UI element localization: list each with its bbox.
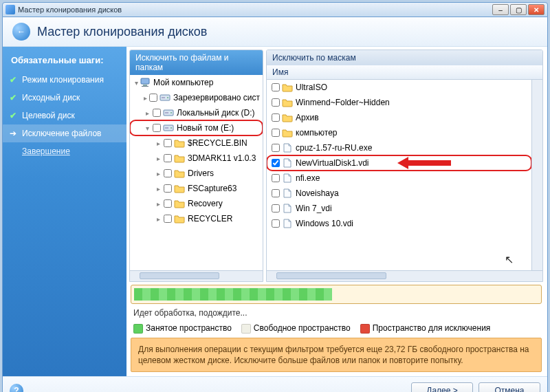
expander-icon[interactable]: ▸ [155, 215, 162, 223]
list-checkbox[interactable] [272, 83, 280, 91]
tree-checkbox[interactable] [153, 109, 161, 117]
minimize-button[interactable]: – [492, 4, 509, 15]
tree-hscrollbar[interactable] [130, 270, 263, 281]
list-checkbox[interactable] [272, 144, 280, 152]
file-list[interactable]: ↖ UltraISOWinmend~Folder~HiddenАрхивкомп… [267, 80, 531, 270]
list-row[interactable]: Noveishaya [267, 186, 531, 201]
list-hscrollbar[interactable] [267, 270, 542, 281]
column-header-name[interactable]: Имя [267, 65, 542, 80]
svg-rect-2 [142, 86, 148, 87]
step-label[interactable]: Завершение [22, 146, 70, 156]
list-row[interactable]: Windows 10.vdi [267, 216, 531, 231]
expander-icon[interactable]: ▸ [144, 109, 151, 117]
window-title: Мастер клонирования дисков [18, 6, 122, 14]
computer-icon [140, 78, 151, 87]
list-checkbox[interactable] [272, 189, 280, 197]
expander-icon[interactable]: ▸ [155, 155, 162, 162]
tree-checkbox[interactable] [153, 124, 161, 132]
list-row[interactable]: компьютер [267, 125, 531, 140]
expander-icon[interactable]: ▸ [155, 170, 162, 177]
tree-label: Мой компьютер [153, 78, 213, 87]
checkmark-icon: ✔ [10, 75, 18, 85]
cancel-button[interactable]: Отмена [478, 382, 540, 392]
app-icon [6, 5, 15, 14]
expander-icon[interactable]: ▸ [144, 94, 147, 102]
tree-row[interactable]: ▸3DMARK11 v1.0.3 [130, 151, 263, 166]
cursor-icon: ↖ [505, 253, 514, 266]
tree-label: Локальный диск (D:) [177, 108, 255, 118]
folder-icon [282, 98, 293, 107]
file-icon [282, 204, 293, 213]
arrow-left-icon: ← [17, 27, 25, 36]
list-checkbox[interactable] [272, 129, 280, 137]
svg-point-10 [170, 127, 172, 129]
maximize-button[interactable]: ▢ [510, 4, 527, 15]
drive-icon [163, 108, 174, 118]
file-icon [282, 158, 293, 168]
tree-row[interactable]: ▸$RECYCLE.BIN [130, 135, 263, 151]
tree-checkbox[interactable] [164, 154, 172, 162]
list-row[interactable]: UltraISO [267, 80, 531, 95]
list-label: Архив [296, 113, 319, 122]
back-button[interactable]: ← [12, 23, 30, 41]
list-label: UltraISO [296, 83, 327, 92]
svg-point-4 [167, 97, 168, 98]
tree-checkbox[interactable] [164, 199, 172, 208]
tree-row[interactable]: ▸FSCapture63 [130, 181, 263, 196]
tab-files-folders[interactable]: Исключить по файлам и папкам [130, 50, 263, 75]
list-checkbox[interactable] [272, 113, 280, 122]
footer: ? Далее > Отмена [3, 376, 547, 392]
tree-checkbox[interactable] [149, 94, 157, 102]
list-checkbox[interactable] [272, 98, 280, 107]
tree-row[interactable]: ▸Зарезервировано сист [130, 90, 263, 105]
folder-icon [282, 83, 293, 92]
warning-message: Для выполнения операции с текущим фильтр… [131, 338, 542, 372]
folder-tree[interactable]: ▾Мой компьютер▸Зарезервировано сист▸Лока… [130, 75, 263, 270]
tree-checkbox[interactable] [164, 139, 172, 147]
tree-checkbox[interactable] [164, 169, 172, 177]
expander-icon[interactable]: ▸ [155, 200, 162, 208]
list-vscrollbar[interactable] [531, 80, 542, 270]
tree-row[interactable]: ▾Мой компьютер [130, 75, 263, 90]
list-label: Noveishaya [296, 188, 339, 198]
legend-used-label: Занятое пространство [146, 323, 232, 333]
expander-icon[interactable]: ▾ [144, 124, 151, 132]
header: ← Мастер клонирования дисков [3, 17, 547, 47]
tree-checkbox[interactable] [164, 215, 172, 223]
sidebar-step-0[interactable]: ✔Режим клонирования [3, 71, 126, 89]
tree-checkbox[interactable] [164, 184, 172, 193]
sidebar-step-4[interactable]: Завершение [3, 142, 126, 160]
sidebar-step-2[interactable]: ✔Целевой диск [3, 107, 126, 124]
tree-label: Новый том (E:) [177, 123, 234, 133]
next-button[interactable]: Далее > [411, 382, 473, 392]
expander-icon[interactable]: ▾ [133, 79, 140, 87]
list-row[interactable]: Архив [267, 110, 531, 125]
tree-row[interactable]: ▸Recovery [130, 196, 263, 211]
tree-row[interactable]: ▸Drivers [130, 166, 263, 181]
list-checkbox[interactable] [272, 159, 280, 167]
list-row[interactable]: Win 7_vdi [267, 201, 531, 216]
list-row[interactable]: cpuz-1.57-ru-RU.exe [267, 140, 531, 155]
list-row[interactable]: nfi.exe [267, 171, 531, 186]
svg-rect-0 [141, 78, 149, 84]
close-button[interactable]: ✕ [528, 4, 544, 15]
list-row[interactable]: Winmend~Folder~Hidden [267, 95, 531, 110]
sidebar-step-1[interactable]: ✔Исходный диск [3, 89, 126, 107]
list-checkbox[interactable] [272, 204, 280, 213]
tree-row[interactable]: ▸RECYCLER [130, 211, 263, 226]
tree-row[interactable]: ▸Локальный диск (D:) [130, 105, 263, 120]
expander-icon[interactable]: ▸ [155, 185, 162, 193]
list-checkbox[interactable] [272, 219, 280, 228]
help-button[interactable]: ? [10, 384, 23, 392]
drive-icon [163, 123, 174, 133]
window: ← Мастер клонирования дисков Обязательны… [2, 17, 548, 392]
checkmark-icon: ✔ [10, 93, 18, 102]
tab-masks[interactable]: Исключить по маскам [267, 50, 542, 65]
expander-icon[interactable]: ▸ [155, 140, 162, 147]
legend-free-swatch [241, 324, 251, 334]
sidebar-step-3[interactable]: ➔Исключение файлов [3, 124, 126, 142]
tree-row[interactable]: ▾Новый том (E:) [130, 120, 263, 135]
list-row[interactable]: NewVirtualDisk1.vdi [267, 155, 531, 171]
list-checkbox[interactable] [272, 174, 280, 182]
page-title: Мастер клонирования дисков [37, 25, 207, 39]
